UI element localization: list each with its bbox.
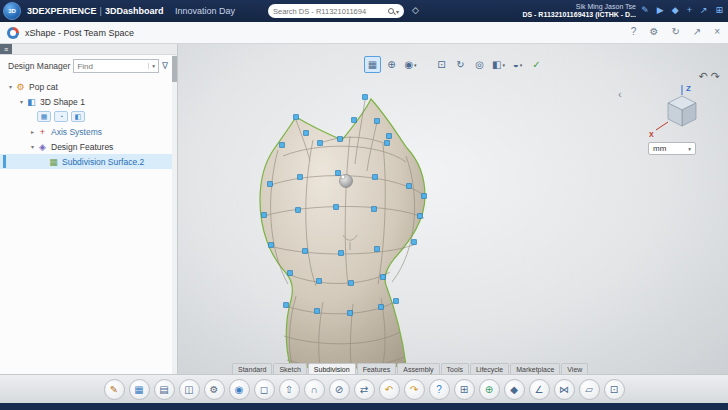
frame-tool-icon[interactable]: ⊡ — [604, 379, 625, 400]
space-name[interactable]: Innovation Day — [175, 6, 235, 16]
control-point[interactable] — [304, 131, 309, 136]
control-point[interactable] — [407, 184, 412, 189]
search-caret-icon[interactable]: ▾ — [396, 8, 399, 15]
tree-item-design-features[interactable]: ▾◈Design Features — [0, 139, 177, 154]
control-point[interactable] — [349, 281, 354, 286]
control-point[interactable] — [387, 134, 392, 139]
help-icon[interactable]: ? — [631, 26, 637, 37]
units-dropdown[interactable]: mm ▾ — [648, 142, 696, 155]
rep-badge-1[interactable]: ▦ — [37, 111, 51, 122]
share-icon[interactable]: ↗ — [693, 26, 701, 37]
expander-icon[interactable]: ▾ — [17, 98, 26, 105]
3ds-logo[interactable]: 3D — [3, 2, 21, 20]
tab-marketplace[interactable]: Marketplace — [510, 363, 560, 374]
search-icon[interactable] — [388, 8, 394, 14]
tab-tools[interactable]: Tools — [441, 363, 469, 374]
tab-assembly[interactable]: Assembly — [397, 363, 439, 374]
box-tool-icon[interactable]: ◻ — [254, 379, 275, 400]
sync-icon[interactable]: ↻ — [671, 26, 679, 37]
close-icon[interactable]: × — [714, 26, 720, 37]
filter-funnel-icon[interactable]: ∇ — [162, 61, 168, 71]
tab-standard[interactable]: Standard — [232, 363, 272, 374]
control-point[interactable] — [363, 95, 368, 100]
control-point[interactable] — [268, 182, 273, 187]
apps-grid-icon[interactable]: ⊞ — [715, 5, 723, 15]
orbit-right-icon[interactable]: ↷ — [711, 70, 720, 83]
control-point[interactable] — [288, 271, 293, 276]
control-point[interactable] — [372, 207, 377, 212]
control-point[interactable] — [412, 240, 417, 245]
help-icon[interactable]: ? — [429, 379, 450, 400]
control-point[interactable] — [375, 119, 380, 124]
compass-icon[interactable]: ◆ — [672, 5, 679, 15]
view-cube[interactable]: Z X — [646, 82, 708, 142]
bridge-tool-icon[interactable]: ∩ — [304, 379, 325, 400]
control-point[interactable] — [298, 175, 303, 180]
tab-lifecycle[interactable]: Lifecycle — [470, 363, 509, 374]
control-point[interactable] — [336, 171, 341, 176]
tree-item-3d-shape-1[interactable]: ▾◧3D Shape 1 — [0, 94, 177, 109]
tree-item-pop-cat[interactable]: ▾⚙Pop cat — [0, 79, 177, 94]
expander-icon[interactable]: ▾ — [28, 143, 37, 150]
collapse-chevron-icon[interactable]: ‹ — [618, 88, 622, 100]
crease-tool-icon[interactable]: ∠ — [529, 379, 550, 400]
control-point[interactable] — [394, 299, 399, 304]
merge-tool-icon[interactable]: ⋈ — [554, 379, 575, 400]
panel-scrollbar[interactable] — [172, 55, 177, 374]
3d-viewport[interactable]: ▦⊕◉▾⊡↻◎◧▾◒▾✓ ↶↷ ‹ Z X mm ▾ StandardSketc… — [178, 44, 728, 374]
tree-item-axis-systems[interactable]: ▸+Axis Systems — [0, 124, 177, 139]
tag-icon[interactable]: ◇ — [412, 5, 419, 15]
tree-item-subdivision-surface-2[interactable]: ▦Subdivision Surface.2 — [0, 154, 177, 169]
section-icon[interactable]: ◧▾ — [490, 56, 507, 73]
control-point[interactable] — [352, 118, 357, 123]
play-icon[interactable]: ▶ — [657, 5, 664, 15]
weld-tool-icon[interactable]: ◆ — [504, 379, 525, 400]
validate-check-icon[interactable]: ✓ — [528, 56, 545, 73]
display-mode-icon[interactable]: ◒▾ — [509, 56, 526, 73]
control-point[interactable] — [375, 247, 380, 252]
panel-scrollbar-thumb[interactable] — [172, 56, 177, 82]
tab-subdivision[interactable]: Subdivision — [308, 363, 356, 374]
render-globe-icon[interactable]: ⊕ — [479, 379, 500, 400]
panel-menu-icon[interactable]: ≡ — [0, 44, 12, 54]
settings-gear-icon[interactable]: ⚙ — [649, 26, 658, 37]
undo-icon[interactable]: ↶ — [379, 379, 400, 400]
compass-icon[interactable] — [7, 27, 19, 39]
expander-icon[interactable]: ▸ — [28, 128, 37, 135]
selected-vertex[interactable] — [341, 175, 345, 179]
find-caret-icon[interactable]: ▾ — [148, 63, 155, 69]
control-point[interactable] — [303, 249, 308, 254]
rep-badge-3[interactable]: ◧ — [71, 111, 85, 122]
share-icon[interactable]: ↗ — [700, 5, 708, 15]
control-point[interactable] — [422, 194, 427, 199]
globe-render-icon[interactable]: ⊕ — [383, 56, 400, 73]
control-point[interactable] — [385, 141, 390, 146]
pencil-icon[interactable]: ✎ — [641, 5, 649, 15]
global-search[interactable]: ▾ — [268, 4, 404, 18]
align-tool-icon[interactable]: ▱ — [579, 379, 600, 400]
add-icon[interactable]: + — [687, 5, 692, 15]
surface-patch-icon[interactable]: ▦ — [129, 379, 150, 400]
apps-icon[interactable]: ⊞ — [454, 379, 475, 400]
control-point[interactable] — [284, 303, 289, 308]
control-point[interactable] — [262, 213, 267, 218]
extrude-tool-icon[interactable]: ⇧ — [279, 379, 300, 400]
control-point[interactable] — [269, 243, 274, 248]
primitives-icon[interactable]: ◫ — [179, 379, 200, 400]
control-point[interactable] — [296, 208, 301, 213]
control-point[interactable] — [418, 214, 423, 219]
tab-features[interactable]: Features — [357, 363, 397, 374]
rep-badge-2[interactable]: ◔ — [54, 111, 68, 122]
refresh-icon[interactable]: ↻ — [452, 56, 469, 73]
control-point[interactable] — [317, 279, 322, 284]
expander-icon[interactable]: ▾ — [6, 83, 15, 90]
control-point[interactable] — [373, 175, 378, 180]
redo-icon[interactable]: ↷ — [404, 379, 425, 400]
tab-view[interactable]: View — [561, 363, 588, 374]
find-input[interactable] — [77, 62, 146, 71]
control-point[interactable] — [315, 309, 320, 314]
search-input[interactable] — [273, 7, 386, 16]
control-point[interactable] — [318, 141, 323, 146]
control-point[interactable] — [280, 143, 285, 148]
control-point[interactable] — [381, 275, 386, 280]
